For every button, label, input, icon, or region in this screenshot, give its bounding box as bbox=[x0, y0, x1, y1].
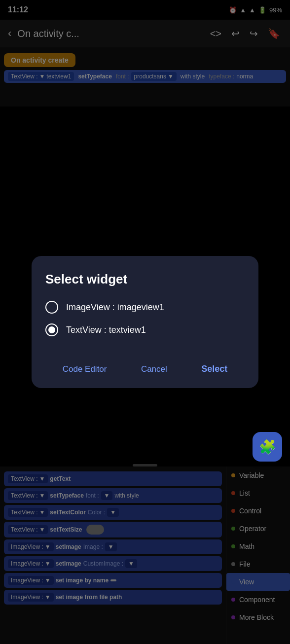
radio-textview[interactable] bbox=[45, 323, 58, 336]
label-textview: TextView : textview1 bbox=[66, 325, 146, 335]
modal-title: Select widget bbox=[45, 272, 245, 287]
modal-actions: Code Editor Cancel Select bbox=[45, 356, 245, 378]
add-block-fab[interactable]: 🧩 bbox=[253, 432, 282, 462]
label-imageview: ImageView : imageview1 bbox=[66, 302, 164, 313]
cancel-button[interactable]: Cancel bbox=[135, 360, 173, 378]
widget-options: ImageView : imageview1 TextView : textvi… bbox=[45, 301, 245, 336]
puzzle-icon: 🧩 bbox=[259, 439, 276, 455]
modal-overlay: Select widget ImageView : imageview1 Tex… bbox=[0, 0, 290, 644]
radio-imageview[interactable] bbox=[45, 301, 58, 314]
code-editor-button[interactable]: Code Editor bbox=[57, 360, 113, 378]
option-textview[interactable]: TextView : textview1 bbox=[45, 323, 245, 336]
select-widget-modal: Select widget ImageView : imageview1 Tex… bbox=[32, 256, 258, 388]
option-imageview[interactable]: ImageView : imageview1 bbox=[45, 301, 245, 314]
select-button[interactable]: Select bbox=[195, 360, 233, 378]
